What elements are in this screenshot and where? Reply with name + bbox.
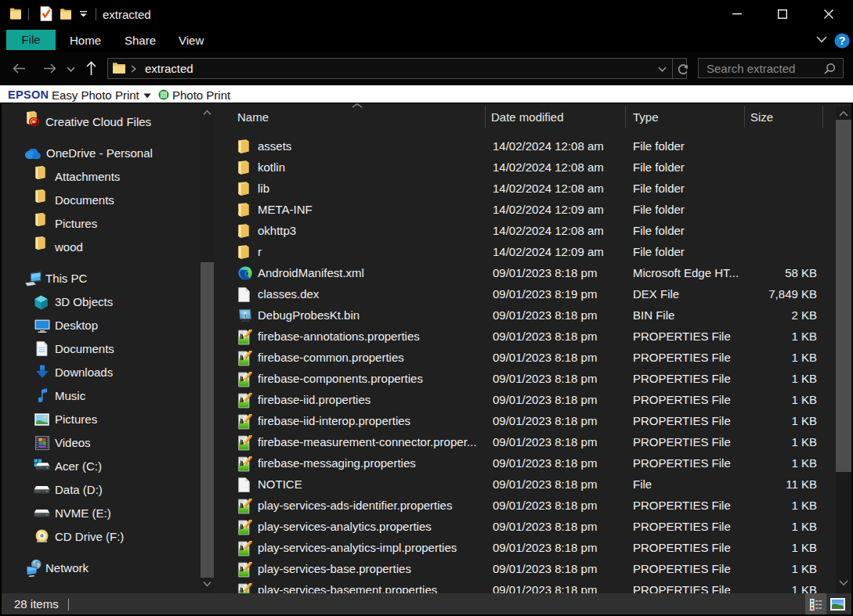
svg-text:?: ? (839, 34, 846, 47)
